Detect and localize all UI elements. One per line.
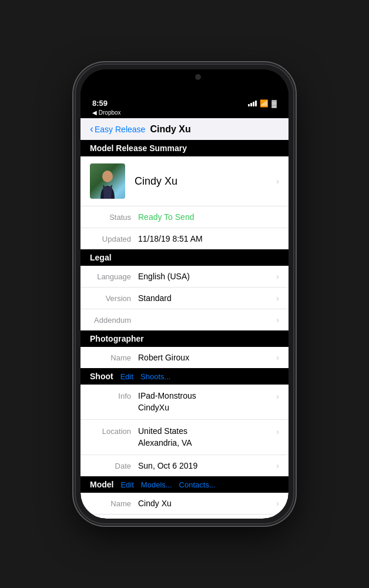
model-models-button[interactable]: Models... (141, 480, 172, 489)
camera (195, 74, 201, 80)
addendum-chevron-icon: › (276, 315, 279, 325)
shoot-section-title: Shoot (90, 372, 113, 381)
notch-area (80, 69, 289, 95)
shoot-date-label: Date (90, 462, 131, 470)
profile-name: Cindy Xu (135, 175, 274, 188)
profile-chevron-icon: › (276, 176, 279, 186)
model-name-label: Name (90, 499, 131, 508)
addendum-label: Addendum (90, 316, 131, 325)
model-card: Name Cindy Xu › Address 31 Fairview Park… (80, 493, 289, 519)
updated-label: Updated (90, 235, 131, 243)
section-photographer-header: Photographer (80, 330, 289, 347)
phone-outer: 8:59 📶 ▓ ◀ Dropbox (76, 65, 293, 523)
photographer-name-row[interactable]: Name Robert Giroux › (80, 347, 289, 368)
profile-card: Cindy Xu › Status Ready To Send Updated … (80, 156, 289, 249)
addendum-row[interactable]: Addendum › (80, 309, 289, 330)
svg-point-0 (102, 171, 113, 182)
status-icons: 📶 ▓ (248, 99, 277, 108)
profile-image (90, 163, 125, 199)
shoot-info-label: Info (90, 392, 131, 400)
shoot-location-row[interactable]: Location United States Alexandria, VA › (80, 420, 289, 455)
status-label: Status (90, 213, 131, 222)
status-value: Ready To Send (138, 212, 279, 222)
shoot-location-label: Location (90, 427, 131, 436)
photographer-name-value: Robert Giroux (138, 353, 274, 362)
phone-screen: 8:59 📶 ▓ ◀ Dropbox (80, 69, 289, 519)
photographer-name-label: Name (90, 353, 131, 362)
photographer-card: Name Robert Giroux › (80, 347, 289, 368)
model-name-chevron-icon: › (276, 499, 279, 508)
updated-value: 11/18/19 8:51 AM (138, 234, 279, 243)
language-label: Language (90, 272, 131, 281)
back-label: Easy Release (95, 125, 145, 134)
model-section-title: Model (90, 480, 113, 489)
section-shoot-header: Shoot Edit Shoots... (80, 368, 289, 385)
shoot-location-value: United States Alexandria, VA (138, 426, 274, 449)
profile-row[interactable]: Cindy Xu › (80, 156, 289, 206)
shoot-info-value: IPad-Monstrous CindyXu (138, 390, 274, 413)
phone-frame: 8:59 📶 ▓ ◀ Dropbox (0, 0, 369, 588)
language-value: English (USA) (138, 272, 274, 281)
status-time: 8:59 (92, 99, 108, 108)
language-row[interactable]: Language English (USA) › (80, 266, 289, 288)
photographer-chevron-icon: › (276, 353, 279, 362)
shoot-date-value: Sun, Oct 6 2019 (138, 461, 274, 470)
status-bar: 8:59 📶 ▓ (80, 95, 289, 109)
content-area: Model Release Summary Cindy X (80, 140, 289, 519)
model-name-row[interactable]: Name Cindy Xu › (80, 493, 289, 514)
section-legal-header: Legal (80, 249, 289, 266)
shoot-date-chevron-icon: › (276, 461, 279, 470)
shoot-edit-button[interactable]: Edit (120, 372, 133, 381)
version-label: Version (90, 294, 131, 303)
shoot-info-row[interactable]: Info IPad-Monstrous CindyXu › (80, 385, 289, 420)
back-chevron-icon: ‹ (90, 123, 93, 135)
model-contacts-button[interactable]: Contacts... (179, 480, 216, 489)
version-chevron-icon: › (276, 293, 279, 303)
version-row[interactable]: Version Standard › (80, 288, 289, 309)
model-address-row[interactable]: Address 31 Fairview Park Drive Falls Chu… (80, 514, 289, 519)
shoot-card: Info IPad-Monstrous CindyXu › Location U… (80, 385, 289, 476)
shoot-date-row[interactable]: Date Sun, Oct 6 2019 › (80, 455, 289, 476)
carrier-label: ◀ Dropbox (80, 109, 289, 118)
section-model-release-header: Model Release Summary (80, 140, 289, 156)
shoot-shoots-button[interactable]: Shoots... (140, 372, 170, 381)
language-chevron-icon: › (276, 272, 279, 281)
wifi-icon: 📶 (260, 99, 269, 108)
back-button[interactable]: ‹ Easy Release (90, 123, 145, 135)
legal-card: Language English (USA) › Version Standar… (80, 266, 289, 330)
shoot-location-chevron-icon: › (276, 427, 279, 436)
version-value: Standard (138, 293, 274, 303)
updated-row: Updated 11/18/19 8:51 AM (80, 228, 289, 249)
nav-title: Cindy Xu (150, 124, 190, 135)
section-model-header: Model Edit Models... Contacts... (80, 476, 289, 493)
person-svg (98, 168, 117, 199)
notch (149, 69, 220, 86)
shoot-info-chevron-icon: › (276, 392, 279, 401)
status-row: Status Ready To Send (80, 206, 289, 228)
model-edit-button[interactable]: Edit (120, 480, 133, 489)
nav-bar: ‹ Easy Release Cindy Xu (80, 118, 289, 140)
battery-icon: ▓ (271, 99, 277, 108)
signal-icon (248, 101, 257, 106)
model-name-value: Cindy Xu (138, 499, 274, 508)
